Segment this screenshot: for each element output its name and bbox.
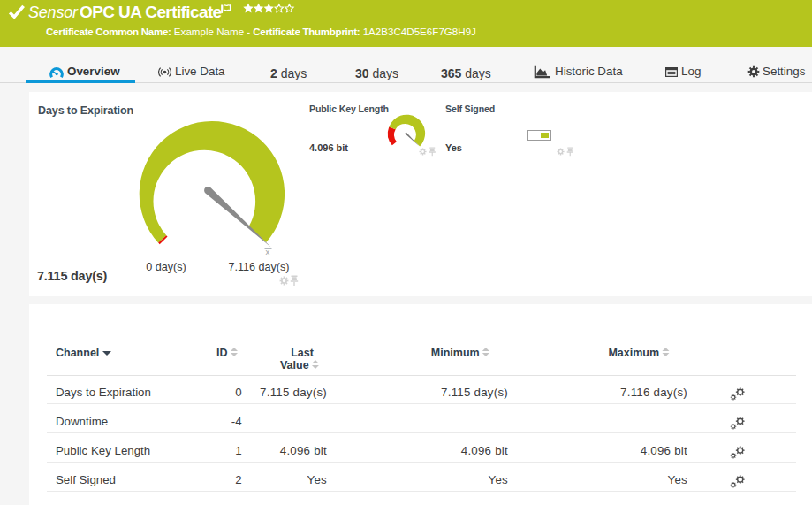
sensor-kind-label: Sensor — [28, 3, 78, 22]
tab-label-word: days — [281, 66, 307, 80]
gauge-settings-gear-icon[interactable] — [419, 148, 426, 155]
gauge-block-divider — [306, 157, 440, 157]
star-filled-icon[interactable] — [254, 4, 263, 13]
tab-2-days[interactable]: 2 days — [270, 47, 315, 83]
sort-desc-icon — [102, 351, 111, 356]
column-label: Last — [291, 347, 314, 359]
column-header-maximum[interactable]: Maximum — [608, 347, 669, 359]
column-header-channel[interactable]: Channel — [56, 347, 111, 359]
channel-settings-gears-icon[interactable] — [731, 446, 745, 458]
column-header-last-value-line2[interactable]: Value — [280, 359, 319, 371]
column-header-last-value-line1[interactable]: Last — [291, 347, 314, 359]
priority-stars[interactable] — [243, 3, 296, 15]
column-label: Minimum — [431, 347, 480, 359]
tab-label: 2 days — [270, 66, 307, 80]
row-divider — [47, 491, 797, 492]
gauge-arc-red — [388, 126, 397, 145]
star-empty-icon[interactable] — [285, 4, 293, 12]
public-key-length-gauge — [384, 110, 430, 151]
cell-maximum: Yes — [573, 473, 687, 486]
cell-minimum: 4.096 bit — [393, 444, 508, 457]
subtitle-value: Example Name — [174, 26, 244, 37]
gauge-block-divider — [34, 287, 297, 287]
tab-365-days[interactable]: 365 days — [441, 47, 496, 83]
subtitle-value: 1A2B3C4D5E6F7G8H9J — [363, 26, 476, 37]
cell-channel[interactable]: Downtime — [56, 415, 108, 428]
column-label: ID — [216, 347, 228, 359]
gauge-settings-gear-icon[interactable] — [557, 148, 564, 155]
self-signed-toggle-indicator — [527, 130, 551, 141]
channel-table-panel: Channel ID Last Value Minimum Maximum Da… — [29, 304, 812, 505]
channel-row[interactable]: Self Signed2YesYesYes — [29, 463, 812, 492]
sort-icon — [231, 347, 238, 356]
subtitle-label: Certificate Common Name: — [46, 26, 171, 37]
status-ok-check-icon — [8, 4, 26, 19]
sensor-subtitle: Certificate Common Name: Example Name - … — [46, 25, 476, 38]
column-label: Channel — [56, 347, 99, 359]
tab-30-days[interactable]: 30 days — [355, 47, 404, 83]
cell-id: 1 — [189, 444, 242, 457]
sort-icon — [482, 347, 489, 356]
tab-settings[interactable]: Settings — [747, 47, 806, 83]
cell-channel[interactable]: Public Key Length — [56, 444, 150, 457]
channel-settings-gears-icon[interactable] — [731, 387, 745, 400]
gauge-block-divider — [444, 157, 573, 157]
tab-overview[interactable]: Overview — [26, 47, 135, 83]
gauge-value-days-to-expiration: 7.115 day(s) — [37, 269, 107, 283]
tab-label-number: 30 — [355, 66, 369, 80]
cell-maximum: 4.096 bit — [573, 444, 687, 457]
gauge-action-icons — [278, 275, 330, 287]
area-chart-icon — [534, 65, 550, 79]
toggle-knob — [541, 133, 549, 138]
tab-label: Historic Data — [555, 65, 623, 78]
cell-minimum: 7.115 day(s) — [393, 386, 508, 399]
tab-label: Overview — [67, 65, 120, 78]
column-label: Maximum — [608, 347, 659, 359]
cell-minimum: Yes — [393, 473, 508, 486]
tab-label: Settings — [763, 65, 805, 78]
cell-maximum: 7.116 day(s) — [573, 386, 687, 399]
cell-channel[interactable]: Self Signed — [56, 473, 116, 486]
star-filled-icon[interactable] — [263, 4, 273, 13]
star-filled-icon[interactable] — [243, 4, 253, 13]
tab-label: Log — [681, 65, 701, 78]
channel-settings-gears-icon[interactable] — [731, 475, 745, 487]
cell-id: 2 — [189, 473, 242, 486]
channel-row[interactable]: Downtime-4 — [29, 404, 812, 433]
column-header-id[interactable]: ID — [216, 347, 238, 359]
gauge-value-public-key-length: 4.096 bit — [309, 142, 348, 153]
tab-label-word: days — [372, 66, 398, 80]
broadcast-icon — [158, 66, 171, 78]
tab-label: 30 days — [355, 66, 398, 80]
channel-row[interactable]: Public Key Length14.096 bit4.096 bit4.09… — [29, 433, 812, 463]
gauge-pin-icon[interactable] — [429, 147, 436, 156]
cell-last-value: 4.096 bit — [239, 444, 327, 457]
page-title: OPC UA Certificate — [80, 2, 222, 22]
tab-label-word: days — [465, 66, 491, 80]
tab-historic-data[interactable]: Historic Data — [534, 47, 622, 83]
gauge-min-label: 0 day(s) — [113, 261, 219, 273]
tab-label: Live Data — [175, 65, 225, 78]
channel-row[interactable]: Days to Expiration07.115 day(s)7.115 day… — [29, 375, 812, 404]
gauge-title-self-signed: Self Signed — [445, 103, 495, 114]
cell-last-value: 7.115 day(s) — [239, 386, 327, 399]
gauge-pin-icon[interactable] — [291, 275, 298, 286]
gauges-panel: Days to Expiration x 0 day(s) 7.116 day(… — [29, 92, 812, 296]
gauge-title-public-key-length: Public Key Length — [309, 103, 389, 114]
log-icon — [665, 67, 678, 77]
active-tab-underline — [26, 80, 135, 83]
channel-settings-gears-icon[interactable] — [731, 417, 745, 429]
sensor-header: Sensor OPC UA Certificate Certificate Co… — [0, 0, 812, 47]
tab-live-data[interactable]: Live Data — [158, 47, 238, 83]
gauge-average-marker: x — [265, 247, 272, 256]
subtitle-label: Certificate Thumbprint: — [253, 26, 360, 37]
star-empty-icon[interactable] — [275, 4, 283, 12]
gauge-pin-icon[interactable] — [567, 147, 573, 156]
tab-log[interactable]: Log — [665, 47, 705, 83]
gear-icon — [747, 65, 760, 78]
gauge-settings-gear-icon[interactable] — [280, 276, 289, 285]
column-header-minimum[interactable]: Minimum — [431, 347, 489, 359]
flag-icon[interactable] — [220, 3, 234, 16]
cell-last-value: Yes — [239, 473, 327, 486]
cell-channel[interactable]: Days to Expiration — [56, 386, 151, 399]
